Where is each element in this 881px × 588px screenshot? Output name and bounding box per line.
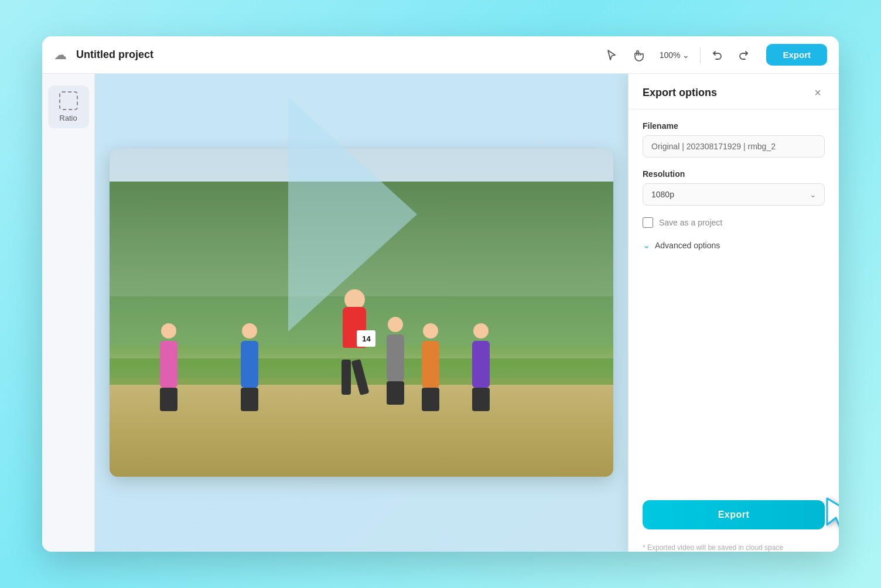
runner-3-head	[423, 323, 438, 339]
zoom-chevron-icon: ⌄	[682, 50, 689, 60]
main-runner: 14	[331, 289, 378, 395]
ratio-button[interactable]: Ratio	[48, 86, 89, 128]
resolution-label: Resolution	[643, 169, 825, 179]
runner-3-legs	[422, 388, 439, 411]
runner-1	[160, 323, 177, 411]
resolution-group: Resolution 720p 1080p 4K ⌄	[643, 169, 825, 206]
advanced-chevron-icon: ⌄	[643, 240, 650, 251]
resolution-select-wrapper: 720p 1080p 4K ⌄	[643, 183, 825, 206]
save-project-checkbox[interactable]	[643, 217, 653, 228]
panel-header: Export options ×	[629, 74, 839, 110]
export-btn-wrapper: Export	[629, 500, 839, 539]
runner-bib: 14	[357, 330, 375, 347]
race-image: 14	[110, 149, 613, 477]
runner-2-body	[241, 341, 258, 388]
svg-marker-0	[827, 498, 839, 528]
runner-3-body	[422, 341, 439, 388]
export-note: * Exported video will be saved in cloud …	[629, 539, 839, 552]
filename-input[interactable]	[643, 135, 825, 158]
export-header-button[interactable]: Export	[766, 44, 827, 66]
race-scene: 14	[110, 149, 613, 477]
project-title: Untitled project	[76, 49, 594, 61]
runner-4	[472, 323, 490, 411]
header: ☁ Untitled project 100% ⌄	[42, 36, 839, 74]
advanced-label: Advanced options	[655, 241, 720, 250]
ratio-label: Ratio	[59, 114, 77, 122]
hand-tool-button[interactable]	[628, 45, 649, 66]
zoom-level: 100%	[660, 50, 681, 60]
left-leg	[342, 360, 351, 395]
export-panel: Export options × Filename Resolution 720…	[628, 74, 839, 552]
pointer-tool-button[interactable]	[601, 45, 622, 66]
canvas-area: 14	[95, 74, 628, 552]
panel-title: Export options	[643, 87, 717, 99]
filename-group: Filename	[643, 121, 825, 158]
undo-button[interactable]	[706, 45, 728, 66]
runner-1-legs	[160, 388, 177, 411]
runner-5-head	[388, 317, 403, 332]
runner-5-legs	[387, 381, 404, 405]
ratio-icon	[59, 91, 78, 110]
main-runner-body: 14	[343, 307, 366, 348]
runner-2	[241, 323, 258, 411]
save-project-row: Save as a project	[643, 217, 825, 228]
runner-4-head	[473, 323, 489, 339]
export-button[interactable]: Export	[643, 500, 825, 529]
filename-label: Filename	[643, 121, 825, 131]
left-sidebar: Ratio	[42, 74, 95, 552]
header-divider	[700, 47, 701, 63]
advanced-options-row[interactable]: ⌄ Advanced options	[643, 240, 825, 251]
runner-1-body	[160, 341, 177, 388]
runner-2-legs	[241, 388, 258, 411]
cloud-icon: ☁	[54, 47, 67, 63]
save-project-label: Save as a project	[659, 218, 722, 227]
main-area: Ratio	[42, 74, 839, 552]
header-tools: 100% ⌄	[601, 45, 755, 66]
main-runner-legs	[342, 360, 365, 395]
app-window: ☁ Untitled project 100% ⌄	[42, 36, 839, 552]
runner-4-legs	[472, 388, 490, 411]
image-frame: 14	[110, 149, 613, 477]
redo-button[interactable]	[733, 45, 754, 66]
runner-1-head	[161, 323, 176, 339]
runner-5	[387, 317, 404, 405]
zoom-selector[interactable]: 100% ⌄	[655, 48, 695, 62]
runner-3	[422, 323, 439, 411]
runner-4-body	[472, 341, 490, 388]
panel-close-button[interactable]: ×	[811, 86, 825, 100]
right-leg	[351, 359, 370, 395]
runner-5-body	[387, 334, 404, 381]
panel-body: Filename Resolution 720p 1080p 4K ⌄	[629, 110, 839, 500]
runner-2-head	[242, 323, 257, 339]
resolution-select[interactable]: 720p 1080p 4K	[643, 183, 825, 206]
